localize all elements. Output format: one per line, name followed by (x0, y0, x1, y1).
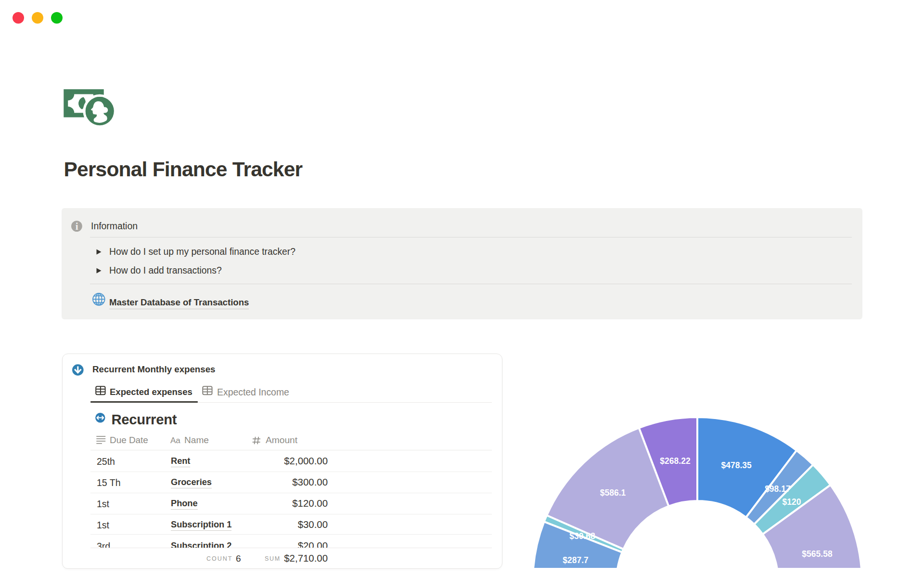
svg-text:$478.35: $478.35 (721, 460, 752, 470)
svg-text:i: i (76, 221, 78, 232)
svg-text:$287.7: $287.7 (563, 555, 589, 565)
svg-text:$120: $120 (783, 497, 801, 507)
svg-text:$565.58: $565.58 (802, 549, 833, 559)
svg-text:$268.22: $268.22 (660, 456, 691, 466)
svg-text:$98.17: $98.17 (765, 484, 791, 494)
svg-text:$30.68: $30.68 (569, 531, 595, 541)
svg-text:$586.1: $586.1 (600, 488, 626, 498)
